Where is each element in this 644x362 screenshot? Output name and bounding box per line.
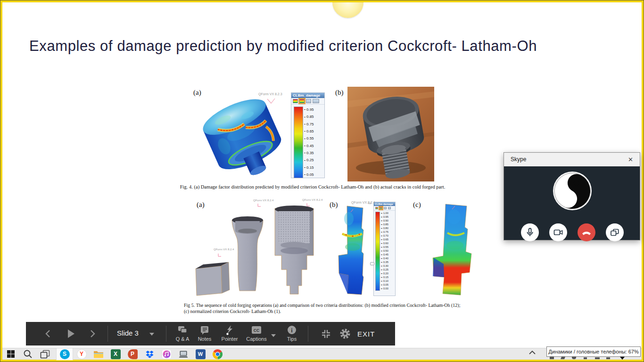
fig5-caption-line2: (c) normalized criterion Cockcroft- Lath…: [184, 309, 281, 314]
colorbar-tick: 0.70: [381, 235, 388, 238]
windows-taskbar: S Y X P: [2, 348, 642, 360]
end-call-icon: [581, 227, 592, 238]
play-icon: [66, 329, 75, 339]
colorbar-tick: 0.30: [381, 265, 388, 268]
colorbar-mode-icon: [375, 207, 378, 209]
previous-slide-button[interactable]: [42, 328, 54, 339]
share-screen-button[interactable]: [606, 223, 624, 241]
colorbar-tick: 0.95: [381, 216, 388, 219]
yandex-browser-icon: Y: [77, 349, 87, 359]
fig5-caption: Fig 5. The sequence of cold forging oper…: [184, 302, 467, 314]
fig5a-qform-version: QForm VX 8.2.4: [253, 199, 273, 202]
fig5a-qform-version: QForm VX 8.2.4: [214, 248, 234, 251]
captions-button[interactable]: CC Captions: [243, 324, 270, 342]
fig5a-sequence-image: [191, 198, 316, 297]
file-explorer-icon: [93, 350, 104, 359]
exit-button[interactable]: EXIT: [357, 330, 375, 338]
colorbar-tick: 0.65: [381, 239, 388, 241]
task-view-button[interactable]: [36, 348, 53, 360]
settings-button[interactable]: [339, 328, 351, 339]
colorbar-mode-icon: [384, 207, 387, 209]
fig4-label-b: (b): [335, 89, 344, 97]
taskbar-yandex-browser[interactable]: Y: [73, 348, 90, 360]
video-camera-button[interactable]: [549, 223, 567, 241]
mute-microphone-button[interactable]: [521, 223, 539, 241]
colorbar-tick: 0.40: [381, 257, 388, 260]
colorbar-tick: 0.80: [381, 227, 388, 230]
fig5-label-a: (a): [197, 201, 205, 209]
video-camera-icon: [553, 227, 563, 238]
close-icon[interactable]: ✕: [627, 156, 634, 163]
start-button[interactable]: [2, 348, 19, 360]
taskbar-excel[interactable]: X: [107, 348, 124, 360]
colorbar-tick: 0.55: [304, 137, 314, 140]
info-icon: i: [287, 324, 297, 336]
colorbar-tick: 0.85: [381, 223, 388, 226]
tips-label: Tips: [287, 336, 297, 342]
taskbar-powerpoint[interactable]: P: [124, 348, 141, 360]
laser-pointer-icon: [225, 324, 234, 336]
tips-button[interactable]: i Tips: [279, 324, 305, 342]
colorbar-mode-icon: [380, 207, 382, 209]
volume-tooltip: Динамики / головные телефоны: 67%: [546, 346, 641, 357]
colorbar-mode-icon: [388, 207, 391, 209]
itunes-icon: [162, 349, 172, 359]
fig4-qform-version: QForm VX 8.2.3: [258, 92, 282, 96]
taskbar-connect-display[interactable]: [175, 348, 192, 360]
fig5-colorbar-toolbar: [374, 206, 395, 211]
chevron-down-icon[interactable]: [149, 333, 154, 336]
colorbar-tick: 0.85: [304, 115, 314, 119]
fig5-colorbar-ticks: 1.000.950.900.850.800.750.700.650.600.55…: [381, 212, 388, 291]
pointer-label: Pointer: [222, 336, 238, 342]
fig4-colorbar-toolbar: [291, 98, 324, 105]
fig5-colorbar-panel: CLBm damage 1.000.950.900.850.800.750.70…: [373, 202, 396, 296]
end-call-button[interactable]: [578, 223, 595, 241]
notes-icon: [200, 324, 209, 336]
colorbar-tick: 0.60: [381, 242, 388, 245]
fig4-pink-mark: [267, 98, 275, 104]
qa-button[interactable]: Q & A: [170, 324, 195, 342]
task-view-icon: [40, 350, 50, 359]
presenter-control-bar: Slide 3 Q & A: [26, 322, 395, 346]
skype-titlebar: Skype ✕: [504, 153, 640, 166]
fig4-colorbar-panel: CLBm_damage 0.950.850.750.650.550.450.35…: [291, 92, 325, 178]
colorbar-mode-icon: [293, 99, 298, 103]
divider: [107, 326, 108, 342]
colorbar-tick: 0.35: [381, 261, 388, 264]
qa-label: Q & A: [176, 336, 190, 342]
notes-button[interactable]: Notes: [192, 324, 217, 342]
share-windows-icon: [610, 227, 620, 238]
slide-selector[interactable]: Slide 3: [110, 329, 146, 337]
colorbar-tick: 0.00: [381, 288, 388, 290]
colorbar-tick: 0.75: [304, 123, 314, 126]
pointer-button[interactable]: Pointer: [217, 324, 242, 342]
search-button[interactable]: [19, 348, 36, 360]
screen: Examples of damage prediction by modifie…: [0, 0, 644, 362]
taskbar-chrome[interactable]: [209, 348, 226, 360]
windows-logo-icon: [7, 350, 15, 358]
skype-avatar: [553, 172, 592, 210]
chrome-icon: [213, 349, 223, 359]
next-slide-button[interactable]: [87, 328, 98, 339]
chevron-left-icon: [44, 329, 52, 338]
skype-call-window: Skype ✕: [504, 152, 640, 240]
captions-cc-icon: CC: [252, 324, 261, 336]
fig4-label-a: (a): [193, 89, 201, 97]
play-button[interactable]: [65, 328, 76, 339]
show-hidden-icons-chevron[interactable]: [528, 350, 536, 355]
colorbar-tick: 0.55: [381, 246, 388, 249]
taskbar-file-explorer[interactable]: [90, 348, 107, 360]
skype-icon: S: [60, 349, 70, 359]
collapse-arrows-icon: [321, 329, 331, 339]
fig4-caption: Fig. 4. (a) Damage factor distribution p…: [157, 184, 468, 189]
chevron-down-icon[interactable]: [271, 334, 276, 337]
taskbar-itunes[interactable]: [158, 348, 175, 360]
taskbar-word[interactable]: W: [192, 348, 209, 360]
colorbar-tick: 0.45: [304, 144, 314, 148]
fig4-colorbar-title: CLBm_damage: [291, 93, 324, 98]
collapse-toolbar-button[interactable]: [320, 328, 331, 339]
taskbar-dropbox[interactable]: [141, 348, 158, 360]
fig5-label-c: (c): [413, 201, 421, 209]
taskbar-skype[interactable]: S: [56, 348, 73, 360]
colorbar-tick: 0.65: [304, 130, 314, 133]
